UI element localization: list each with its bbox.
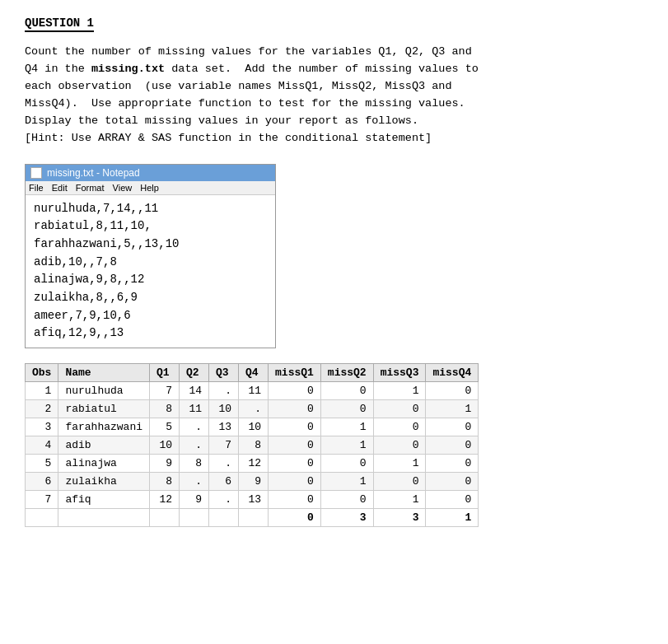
cell-missq1: 0 xyxy=(269,382,321,400)
table-row: 3 farahhazwani 5 . 13 10 0 1 0 0 xyxy=(26,418,479,436)
cell-q2: . xyxy=(180,473,209,491)
table-row: 7 afiq 12 9 . 13 0 0 1 0 xyxy=(26,491,479,509)
cell-q1: 9 xyxy=(150,455,180,473)
table-row: 6 zulaikha 8 . 6 9 0 1 0 0 xyxy=(26,473,479,491)
total-empty-4 xyxy=(180,509,209,527)
notepad-content: nurulhuda,7,14,,11 rabiatul,8,11,10, far… xyxy=(26,195,275,348)
notepad-line-7: ameer,7,9,10,6 xyxy=(34,307,267,325)
notepad-line-6: zulaikha,8,,6,9 xyxy=(34,289,267,307)
cell-missq3: 1 xyxy=(373,382,426,400)
cell-q2: 11 xyxy=(180,400,209,418)
cell-obs: 2 xyxy=(26,400,58,418)
cell-name: farahhazwani xyxy=(58,418,150,436)
table-row: 4 adib 10 . 7 8 0 1 0 0 xyxy=(26,436,479,455)
cell-missq4: 0 xyxy=(426,418,479,436)
cell-missq1: 0 xyxy=(269,473,321,491)
menu-help[interactable]: Help xyxy=(140,183,159,193)
cell-q2: . xyxy=(180,418,209,436)
menu-file[interactable]: File xyxy=(29,183,44,193)
cell-missq2: 0 xyxy=(320,400,373,418)
totals-row: 0 3 3 1 xyxy=(26,509,479,527)
cell-q3: . xyxy=(209,455,239,473)
cell-q2: 8 xyxy=(180,455,209,473)
cell-missq3: 1 xyxy=(373,491,426,509)
cell-missq4: 0 xyxy=(426,455,479,473)
total-missq4: 1 xyxy=(426,509,479,527)
table-row: 5 alinajwa 9 8 . 12 0 0 1 0 xyxy=(26,455,479,473)
cell-obs: 5 xyxy=(26,455,58,473)
cell-q4: . xyxy=(239,400,269,418)
notepad-line-1: nurulhuda,7,14,,11 xyxy=(34,200,267,218)
cell-q3: . xyxy=(209,382,239,400)
total-missq3: 3 xyxy=(373,509,426,527)
cell-name: zulaikha xyxy=(58,473,150,491)
cell-missq2: 1 xyxy=(320,418,373,436)
cell-q3: 7 xyxy=(209,436,239,455)
col-header-q3: Q3 xyxy=(209,364,239,382)
total-empty-3 xyxy=(150,509,180,527)
data-table: Obs Name Q1 Q2 Q3 Q4 missQ1 missQ2 missQ… xyxy=(25,363,479,527)
cell-obs: 1 xyxy=(26,382,58,400)
question-text: Count the number of missing values for t… xyxy=(25,44,643,147)
cell-missq4: 0 xyxy=(426,491,479,509)
cell-missq3: 0 xyxy=(373,473,426,491)
cell-q3: . xyxy=(209,491,239,509)
notepad-line-3: farahhazwani,5,,13,10 xyxy=(34,236,267,254)
menu-format[interactable]: Format xyxy=(76,183,105,193)
notepad-line-8: afiq,12,9,,13 xyxy=(34,324,267,343)
menu-view[interactable]: View xyxy=(113,183,133,193)
notepad-line-4: adib,10,,7,8 xyxy=(34,254,267,272)
cell-missq2: 1 xyxy=(320,473,373,491)
notepad-line-2: rabiatul,8,11,10, xyxy=(34,217,267,236)
col-header-missq4: missQ4 xyxy=(426,364,479,382)
cell-q2: 14 xyxy=(180,382,209,400)
total-missq1: 0 xyxy=(269,509,321,527)
cell-q4: 11 xyxy=(239,382,269,400)
cell-q1: 12 xyxy=(150,491,180,509)
cell-name: rabiatul xyxy=(58,400,150,418)
col-header-name: Name xyxy=(58,364,150,382)
cell-q1: 10 xyxy=(150,436,180,455)
col-header-obs: Obs xyxy=(26,364,58,382)
cell-missq1: 0 xyxy=(269,455,321,473)
cell-q4: 10 xyxy=(239,418,269,436)
notepad-window: missing.txt - Notepad File Edit Format V… xyxy=(25,164,276,349)
cell-q3: 13 xyxy=(209,418,239,436)
cell-missq3: 1 xyxy=(373,455,426,473)
cell-q4: 12 xyxy=(239,455,269,473)
cell-q3: 6 xyxy=(209,473,239,491)
table-row: 1 nurulhuda 7 14 . 11 0 0 1 0 xyxy=(26,382,479,400)
cell-q2: 9 xyxy=(180,491,209,509)
cell-missq3: 0 xyxy=(373,418,426,436)
cell-q1: 7 xyxy=(150,382,180,400)
cell-missq1: 0 xyxy=(269,400,321,418)
cell-obs: 7 xyxy=(26,491,58,509)
col-header-missq3: missQ3 xyxy=(373,364,426,382)
cell-missq1: 0 xyxy=(269,418,321,436)
cell-missq1: 0 xyxy=(269,436,321,455)
menu-edit[interactable]: Edit xyxy=(52,183,68,193)
col-header-q1: Q1 xyxy=(150,364,180,382)
total-empty-5 xyxy=(209,509,239,527)
cell-name: nurulhuda xyxy=(58,382,150,400)
notepad-menubar[interactable]: File Edit Format View Help xyxy=(26,181,275,195)
cell-missq1: 0 xyxy=(269,491,321,509)
cell-q1: 5 xyxy=(150,418,180,436)
cell-q1: 8 xyxy=(150,400,180,418)
cell-obs: 6 xyxy=(26,473,58,491)
question-title: QUESTION 1 xyxy=(25,16,94,32)
notepad-titlebar: missing.txt - Notepad xyxy=(26,165,275,181)
cell-missq4: 0 xyxy=(426,473,479,491)
cell-missq2: 0 xyxy=(320,491,373,509)
cell-missq3: 0 xyxy=(373,436,426,455)
col-header-q4: Q4 xyxy=(239,364,269,382)
col-header-missq2: missQ2 xyxy=(320,364,373,382)
col-header-missq1: missQ1 xyxy=(269,364,321,382)
cell-obs: 4 xyxy=(26,436,58,455)
cell-q3: 10 xyxy=(209,400,239,418)
cell-missq2: 0 xyxy=(320,455,373,473)
cell-name: afiq xyxy=(58,491,150,509)
cell-name: adib xyxy=(58,436,150,455)
cell-missq3: 0 xyxy=(373,400,426,418)
cell-q2: . xyxy=(180,436,209,455)
